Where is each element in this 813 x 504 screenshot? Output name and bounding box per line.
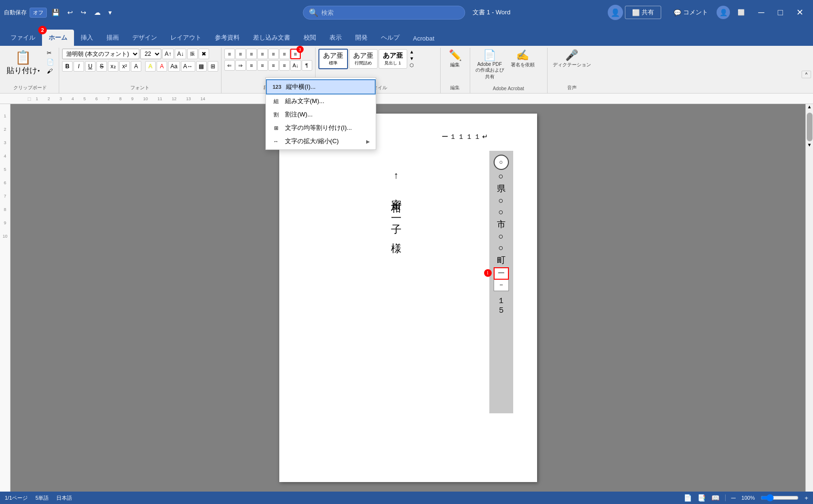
vert-text-btn-4[interactable]: ≡: [257, 49, 268, 59]
increase-font-button[interactable]: A↑: [162, 49, 174, 59]
vert-text-btn-1[interactable]: ≡: [224, 49, 235, 59]
comment-button[interactable]: 💬 コメント: [667, 6, 715, 19]
edit-button[interactable]: ✏️ 編集: [446, 49, 464, 70]
vert-text-btn-3[interactable]: ≡: [246, 49, 257, 59]
right-scrollbar: ▲ ▼: [805, 104, 813, 492]
bold-button[interactable]: B: [62, 61, 73, 72]
styles-down-arrow[interactable]: ▼: [408, 55, 416, 62]
zoom-slider[interactable]: [760, 494, 799, 502]
style-heading1[interactable]: あア亜 見出し 1: [379, 49, 407, 69]
redo-button[interactable]: ↪: [78, 7, 89, 18]
tab-file[interactable]: ファイル: [4, 30, 42, 46]
title-right-controls: 👤 ⬜ 共有 💬 コメント 👤 ⬜ ─ □ ✕: [608, 5, 809, 20]
scroll-up-button[interactable]: ▲: [806, 104, 813, 112]
ribbon-display-options[interactable]: ⬜: [732, 7, 750, 18]
adobe-pdf-button[interactable]: 📄 Adobe PDFの作成および共有: [473, 49, 507, 82]
vert-text-btn-2[interactable]: ≡: [235, 49, 246, 59]
show-marks-button[interactable]: ¶: [302, 60, 312, 71]
sort-button[interactable]: A↓: [290, 60, 301, 71]
styles-expand[interactable]: ⬡: [408, 62, 416, 68]
user-icon-2[interactable]: 👤: [717, 6, 730, 19]
tab-acrobat[interactable]: Acrobat: [406, 31, 441, 46]
zoom-in-button[interactable]: +: [804, 494, 808, 502]
justify-button[interactable]: ≡: [279, 60, 290, 71]
strikethrough-button[interactable]: S: [96, 61, 107, 72]
tab-home[interactable]: 2 ホーム: [42, 30, 74, 46]
phonetic-button[interactable]: 振: [187, 49, 198, 59]
scroll-thumb[interactable]: [807, 113, 813, 141]
sign-button[interactable]: ✍ 署名を依頼: [508, 49, 537, 70]
share-button[interactable]: ⬜ 共有: [625, 6, 661, 19]
save-button[interactable]: 💾: [49, 7, 63, 18]
autosave-toggle[interactable]: オフ: [30, 8, 47, 18]
clear-format-button[interactable]: ✖: [199, 49, 209, 59]
font-name-select[interactable]: 游明朝 (本文のフォント): [62, 49, 139, 59]
cloud-button[interactable]: ☁: [91, 7, 104, 18]
superscript-button[interactable]: x²: [119, 61, 130, 72]
subscript-button[interactable]: x₂: [108, 61, 118, 72]
tab-draw[interactable]: 描画: [100, 30, 126, 46]
text-color-button[interactable]: A: [157, 61, 167, 72]
search-box[interactable]: 🔍: [303, 6, 465, 20]
dictate-button[interactable]: 🎤 ディクテーション: [550, 49, 593, 70]
font-size-select[interactable]: 22: [140, 49, 161, 59]
border-button[interactable]: ⊞: [208, 61, 218, 72]
tab-review[interactable]: 校閲: [297, 30, 323, 46]
search-input[interactable]: [321, 9, 455, 16]
shading-button[interactable]: ▩: [196, 61, 207, 72]
tab-view[interactable]: 表示: [323, 30, 348, 46]
horiz-text-btn-1[interactable]: ≡: [268, 49, 279, 59]
change-case-button[interactable]: Aa: [168, 61, 180, 72]
undo-button[interactable]: ↩: [64, 7, 76, 18]
menu-item-kintowaritsuke[interactable]: ⊞ 文字の均等割り付け(I)...: [266, 121, 376, 135]
editing-label: 編集: [443, 84, 467, 92]
view-web-button[interactable]: 📑: [697, 494, 706, 502]
align-center-button[interactable]: ≡: [257, 60, 268, 71]
menu-item-tatenakayoko[interactable]: 123 縦中横(I)...: [266, 79, 376, 94]
tatenakayoko-button[interactable]: 3 ≡: [290, 49, 301, 59]
group-voice: 🎤 ディクテーション 音声: [549, 48, 596, 93]
view-read-button[interactable]: 📖: [711, 494, 719, 502]
maximize-button[interactable]: □: [772, 6, 789, 20]
indent-more-button[interactable]: ⇒: [235, 60, 246, 71]
copy-button[interactable]: 📄: [45, 58, 56, 66]
tab-layout[interactable]: レイアウト: [164, 30, 208, 46]
menu-item-kakudai[interactable]: ↔ 文字の拡大/縮小(C) ▶: [266, 135, 376, 148]
tab-help[interactable]: ヘルプ: [374, 30, 406, 46]
customize-button[interactable]: ▾: [106, 7, 115, 18]
text-highlight-button[interactable]: A: [145, 61, 156, 72]
align-right-button[interactable]: ≡: [268, 60, 279, 71]
horiz-text-btn-2[interactable]: ≡: [279, 49, 290, 59]
tab-mailings[interactable]: 差し込み文書: [246, 30, 297, 46]
num-box-2: －: [494, 280, 509, 291]
char-spacing-button[interactable]: A↔: [181, 61, 195, 72]
minimize-button[interactable]: ─: [752, 6, 770, 20]
style-compact[interactable]: あア亜 行間詰め: [349, 49, 378, 69]
tab-develop[interactable]: 開発: [348, 30, 374, 46]
tab-insert[interactable]: 挿入: [74, 30, 100, 46]
style-normal[interactable]: あア亜 標準: [318, 49, 348, 69]
styles-up-arrow[interactable]: ▲: [408, 49, 416, 55]
menu-item-wariju[interactable]: 割 割注(W)...: [266, 108, 376, 121]
zoom-out-button[interactable]: ─: [731, 494, 736, 502]
tab-design[interactable]: デザイン: [126, 30, 164, 46]
underline-button[interactable]: U: [85, 61, 95, 72]
adobe-icon: 📄: [483, 50, 496, 61]
view-print-button[interactable]: 📄: [684, 494, 692, 502]
scroll-down-button[interactable]: ▼: [806, 142, 813, 150]
indent-less-button[interactable]: ⇐: [224, 60, 235, 71]
cut-button[interactable]: ✂: [45, 49, 56, 57]
decrease-font-button[interactable]: A↓: [175, 49, 186, 59]
italic-button[interactable]: I: [74, 61, 84, 72]
align-left-button[interactable]: ≡: [246, 60, 257, 71]
document-canvas[interactable]: ー１１１１↵ ↑ 蜜柑 一子: [11, 104, 805, 492]
user-avatar[interactable]: 👤: [608, 5, 623, 20]
close-button[interactable]: ✕: [791, 5, 809, 20]
clear-char-format-button[interactable]: A: [131, 61, 141, 72]
format-painter-button[interactable]: 🖌: [45, 67, 56, 75]
ribbon-collapse-button[interactable]: ^: [802, 71, 811, 78]
clipboard-content: 📋 貼り付け ▾ ✂ 📄 🖌: [4, 49, 56, 84]
paste-button[interactable]: 📋 貼り付け ▾: [4, 49, 42, 77]
menu-item-kumimoji[interactable]: 組 組み文字(M)...: [266, 94, 376, 108]
tab-references[interactable]: 参考資料: [208, 30, 246, 46]
